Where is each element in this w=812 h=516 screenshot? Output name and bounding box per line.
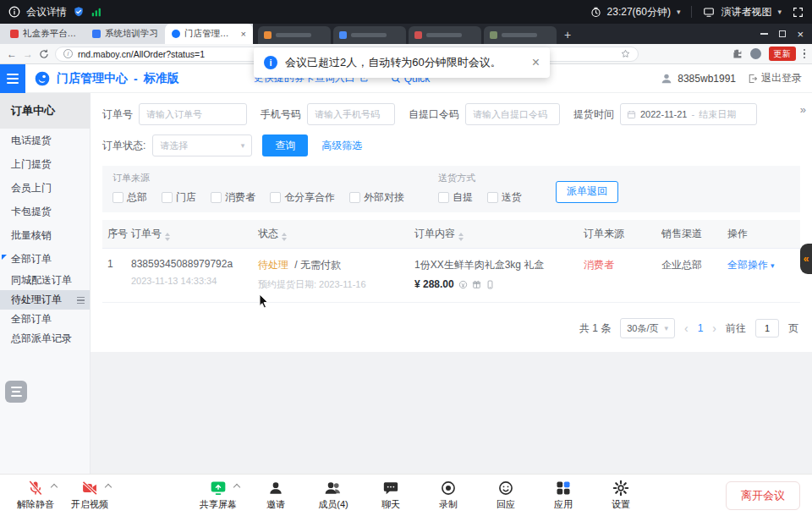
page-size-select[interactable]: 30条/页 ▾ <box>620 318 675 338</box>
view-mode-label[interactable]: 演讲者视图 <box>721 5 771 19</box>
prev-page-icon[interactable]: ‹ <box>684 321 689 335</box>
sidebar-item-phone-pickup[interactable]: 电话提货 <box>0 129 90 152</box>
sidebar-item-member-visit[interactable]: 会员上门 <box>0 176 90 200</box>
settings-button[interactable]: 设置 <box>597 480 645 511</box>
network-signal-icon[interactable] <box>91 6 102 18</box>
video-options-chevron-icon[interactable] <box>105 484 112 491</box>
site-info-icon[interactable]: i <box>63 49 73 58</box>
browser-profile-avatar[interactable] <box>750 48 761 59</box>
view-caret-icon[interactable]: ▾ <box>777 8 782 16</box>
bookmark-star-icon[interactable] <box>621 49 630 58</box>
sidebar-subitem-pending-orders[interactable]: 待处理订单 <box>0 290 90 310</box>
drag-handle-icon[interactable] <box>77 297 85 304</box>
window-maximize-icon[interactable] <box>779 30 786 37</box>
order-status-select[interactable]: 请选择 ▾ <box>152 134 252 156</box>
chat-button[interactable]: 聊天 <box>367 480 414 511</box>
checkbox-option-self-pickup[interactable]: 自提 <box>438 190 473 205</box>
account-menu[interactable]: 8385wb1991 <box>660 72 736 85</box>
new-tab-button[interactable]: + <box>564 28 571 41</box>
start-video-button[interactable]: 开启视频 <box>66 480 113 511</box>
col-status[interactable]: 状态 <box>258 227 414 241</box>
logout-button[interactable]: 退出登录 <box>748 71 802 85</box>
members-button[interactable]: 成员(4) <box>310 480 357 511</box>
info-circle-icon[interactable] <box>8 6 20 18</box>
unmute-button[interactable]: 解除静音 <box>12 480 59 511</box>
all-actions-dropdown[interactable]: 全部操作 ▾ <box>727 258 800 272</box>
fullscreen-icon[interactable] <box>793 7 804 18</box>
sort-icon[interactable] <box>165 233 170 241</box>
browser-tab-dark[interactable] <box>409 26 481 44</box>
record-button[interactable]: 录制 <box>425 480 472 511</box>
tab-close-icon[interactable]: × <box>241 29 246 39</box>
forward-icon[interactable]: → <box>23 48 33 60</box>
back-icon[interactable]: ← <box>7 48 17 60</box>
browser-tab-dark[interactable] <box>258 26 331 44</box>
reactions-button[interactable]: 回应 <box>482 480 529 511</box>
share-options-chevron-icon[interactable] <box>233 484 240 491</box>
security-shield-icon[interactable] <box>73 6 85 18</box>
extensions-puzzle-icon[interactable] <box>732 48 743 59</box>
advanced-filter-link[interactable]: 高级筛选 <box>321 139 362 153</box>
mic-options-chevron-icon[interactable] <box>51 484 58 491</box>
meeting-details-label[interactable]: 会议详情 <box>26 5 67 19</box>
checkbox-option-external[interactable]: 外部对接 <box>349 190 404 205</box>
browser-menu-icon[interactable] <box>804 49 806 59</box>
sidebar-subitem-all-orders[interactable]: 全部订单 <box>0 310 90 329</box>
pickup-code-input[interactable] <box>465 103 560 125</box>
sidebar-item-all-orders-parent[interactable]: 全部订单 <box>0 247 90 271</box>
side-drawer-handle[interactable]: « <box>800 244 812 274</box>
current-page[interactable]: 1 <box>698 322 704 334</box>
window-minimize-icon[interactable] <box>760 33 768 35</box>
sidebar-subitem-hq-dispatch[interactable]: 总部派单记录 <box>0 329 90 349</box>
sidebar-subitem-city-delivery[interactable]: 同城配送订单 <box>0 271 90 290</box>
order-no-input[interactable] <box>139 103 247 125</box>
floating-list-widget[interactable] <box>5 381 27 403</box>
sidebar-section-order-center[interactable]: 订单中心 <box>0 93 90 129</box>
checkbox-option-delivery[interactable]: 送货 <box>487 190 522 205</box>
next-page-icon[interactable]: › <box>712 321 716 335</box>
browser-update-badge[interactable]: 更新 <box>769 47 796 61</box>
date-range-picker[interactable]: 2022-11-21 - 结束日期 <box>620 103 757 125</box>
share-screen-button[interactable]: 共享屏幕 <box>195 480 242 511</box>
col-order-no[interactable]: 订单号 <box>131 227 258 241</box>
browser-tab[interactable]: 系统培训学习 <box>85 24 165 44</box>
phone-input[interactable] <box>307 103 395 125</box>
reload-icon[interactable] <box>39 49 49 59</box>
sort-icon[interactable] <box>282 233 287 241</box>
browser-tab[interactable]: 礼盒券平台管理中心 <box>3 24 85 44</box>
checkbox-icon[interactable] <box>162 192 173 203</box>
checkbox-option-hq[interactable]: 总部 <box>112 190 147 205</box>
leave-meeting-button[interactable]: 离开会议 <box>726 481 800 510</box>
window-close-icon[interactable]: × <box>797 29 804 40</box>
invite-button[interactable]: 邀请 <box>252 480 299 511</box>
checkbox-icon[interactable] <box>211 192 222 203</box>
checkbox-icon[interactable] <box>487 192 498 203</box>
checkbox-option-store[interactable]: 门店 <box>162 190 196 205</box>
apps-button[interactable]: 应用 <box>540 480 587 511</box>
checkbox-icon[interactable] <box>438 192 449 203</box>
col-content[interactable]: 订单内容 <box>414 227 584 241</box>
checkbox-option-warehouse-share[interactable]: 仓分享合作 <box>270 190 335 205</box>
goto-page-input[interactable] <box>755 319 779 338</box>
sidebar-toggle-button[interactable] <box>0 64 25 93</box>
tab-favicon <box>339 31 347 39</box>
sidebar-item-batch-verify[interactable]: 批量核销 <box>0 223 90 247</box>
order-number[interactable]: 83859345088979792a <box>131 258 258 270</box>
sort-icon[interactable] <box>458 233 464 241</box>
sidebar-item-door-pickup[interactable]: 上门提货 <box>0 152 90 176</box>
browser-tab-active[interactable]: 门店管理中心 × <box>165 24 253 44</box>
dispatch-return-button[interactable]: 派单退回 <box>556 181 618 203</box>
checkbox-icon[interactable] <box>112 192 123 203</box>
checkbox-option-consumer[interactable]: 消费者 <box>211 190 255 205</box>
browser-tab-dark[interactable] <box>484 26 557 44</box>
search-button[interactable]: 查询 <box>262 134 308 156</box>
checkbox-icon[interactable] <box>349 192 360 203</box>
sidebar-item-card-pickup[interactable]: 卡包提货 <box>0 200 90 223</box>
quick-filter-panel: 订单来源 总部 门店 消费者 仓分享合作 外部对接 送货方式 自提 <box>102 166 800 212</box>
collapse-panel-icon[interactable]: » <box>800 103 806 116</box>
checkbox-icon[interactable] <box>270 192 281 203</box>
timer-caret-icon[interactable]: ▾ <box>677 8 681 16</box>
toast-close-icon[interactable]: × <box>532 56 540 69</box>
option-label: 外部对接 <box>364 190 404 205</box>
browser-tab-dark[interactable] <box>333 26 406 44</box>
